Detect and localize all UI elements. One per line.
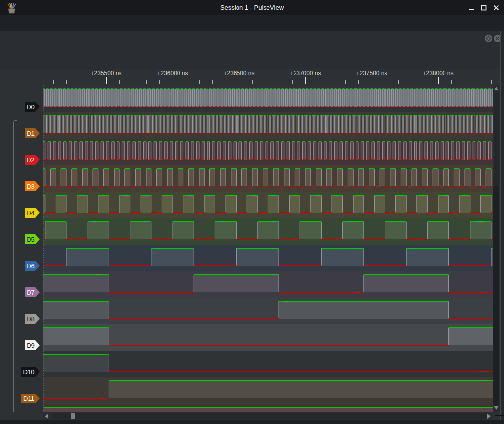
- waveform-d10: [43, 351, 493, 377]
- channel-label-d4[interactable]: D4: [25, 208, 40, 218]
- dock-float-icon[interactable]: [485, 35, 492, 42]
- channel-row-d8[interactable]: [43, 298, 493, 324]
- scroll-up-icon[interactable]: [494, 87, 498, 90]
- channel-label-d3[interactable]: D3: [25, 181, 40, 191]
- ruler-tick: [159, 80, 160, 84]
- ruler-tick: [186, 80, 186, 84]
- channel-label-d6[interactable]: D6: [25, 261, 40, 271]
- panel-border: [500, 31, 501, 420]
- vertical-scrollbar-thumb[interactable]: [493, 186, 499, 406]
- ruler-time-label: +238000 ns: [422, 70, 453, 77]
- scroll-right-icon[interactable]: [487, 414, 491, 419]
- ruler-tick: [478, 80, 478, 84]
- ruler-tick: [239, 77, 239, 84]
- channel-row-d5[interactable]: [43, 218, 493, 245]
- ruler-tick: [279, 80, 279, 84]
- ruler-tick: [398, 80, 399, 84]
- channel-row-d2[interactable]: [43, 139, 493, 165]
- ruler-tick: [491, 80, 492, 84]
- waveform-d7: [43, 271, 493, 298]
- maximize-button[interactable]: [480, 4, 488, 11]
- channel-label-d9[interactable]: D9: [25, 340, 40, 350]
- channel-label-d10[interactable]: D10: [21, 367, 40, 377]
- channel-row-d0[interactable]: [43, 85, 493, 112]
- session-dock-header: Session 1: [0, 31, 500, 45]
- horizontal-scrollbar-thumb[interactable]: [71, 413, 75, 419]
- channel-label-d2[interactable]: D2: [25, 155, 40, 165]
- ruler-tick: [438, 77, 439, 84]
- ruler-tick: [266, 80, 266, 84]
- waveform-area[interactable]: [43, 85, 493, 412]
- ruler-tick: [173, 77, 173, 84]
- session-toolbar: Sipeed SLogic16 U3 1 M samples 200 MHz: [0, 45, 500, 69]
- ruler-tick: [425, 80, 425, 84]
- channel-label-d1[interactable]: D1: [25, 128, 40, 138]
- ruler-tick: [345, 80, 346, 84]
- ruler-time-label: +237000 ns: [290, 70, 321, 77]
- titlebar: Session 1 - PulseView: [0, 0, 504, 15]
- channel-label-d0[interactable]: D0: [25, 102, 40, 112]
- waveform-d4: [43, 192, 493, 218]
- horizontal-scrollbar[interactable]: [43, 412, 493, 420]
- ruler-tick: [212, 80, 213, 84]
- ruler-time-label: +235500 ns: [90, 70, 121, 77]
- ruler-tick: [372, 77, 372, 84]
- ruler-tick: [93, 80, 93, 84]
- ruler-tick: [358, 80, 359, 84]
- channel-label-d8[interactable]: D8: [25, 314, 40, 324]
- horizontal-scrollbar-track[interactable]: [51, 413, 487, 419]
- main-toolbar: Run Session 1: [0, 15, 504, 31]
- window-bottom-edge: [0, 420, 504, 424]
- ruler-tick: [385, 80, 385, 84]
- close-button[interactable]: [492, 4, 500, 11]
- ruler-tick: [226, 80, 226, 84]
- channel-row-d10[interactable]: [43, 351, 493, 377]
- ruler-tick: [292, 80, 293, 84]
- vertical-scrollbar[interactable]: [493, 85, 500, 412]
- ruler-tick: [119, 80, 120, 84]
- minimize-button[interactable]: [468, 4, 475, 11]
- ruler-tick: [199, 80, 200, 84]
- waveform-d0: [43, 85, 493, 112]
- resize-grip[interactable]: [495, 415, 504, 424]
- ruler-tick: [305, 77, 306, 84]
- ruler-tick: [53, 80, 54, 84]
- scroll-left-icon[interactable]: [45, 414, 48, 419]
- ruler-tick: [319, 80, 319, 84]
- channel-row-d7[interactable]: [43, 271, 493, 298]
- channel-label-d7[interactable]: D7: [25, 287, 40, 297]
- ruler-time-label: +237500 ns: [356, 70, 387, 77]
- channel-row-d9[interactable]: [43, 324, 493, 351]
- channel-row-d1[interactable]: [43, 112, 493, 139]
- trace-group-bracket[interactable]: [13, 120, 17, 412]
- waveform-d6: [43, 245, 493, 271]
- waveform-d11: [43, 377, 493, 404]
- waveform-d2: [43, 139, 493, 165]
- waveform-d9: [43, 324, 493, 351]
- view-left-edge: [43, 85, 44, 420]
- trace-view[interactable]: +235500 ns+236000 ns+236500 ns+237000 ns…: [0, 69, 500, 420]
- panel-edge: [501, 31, 504, 420]
- ruler-tick: [451, 80, 452, 84]
- channel-label-d11[interactable]: D11: [21, 394, 40, 403]
- channel-row-d12[interactable]: [43, 404, 493, 412]
- ruler-tick: [332, 80, 332, 84]
- channel-row-d4[interactable]: [43, 192, 493, 218]
- ruler-tick: [66, 80, 67, 84]
- ruler-tick: [80, 80, 80, 84]
- ruler-tick: [133, 80, 133, 84]
- waveform-d3: [43, 165, 493, 192]
- waveform-d8: [43, 298, 493, 324]
- waveform-d1: [43, 112, 493, 139]
- channel-row-d3[interactable]: [43, 165, 493, 192]
- channel-row-d6[interactable]: [43, 245, 493, 271]
- ruler-tick: [465, 80, 465, 84]
- window-title: Session 1 - PulseView: [0, 4, 504, 11]
- waveform-d5: [43, 218, 493, 245]
- ruler-tick: [252, 80, 253, 84]
- channel-label-d5[interactable]: D5: [25, 234, 40, 244]
- channel-row-d11[interactable]: [43, 377, 493, 404]
- scroll-down-icon[interactable]: [494, 406, 498, 410]
- ruler-time-label: +236500 ns: [223, 70, 254, 77]
- ruler-tick: [146, 80, 147, 84]
